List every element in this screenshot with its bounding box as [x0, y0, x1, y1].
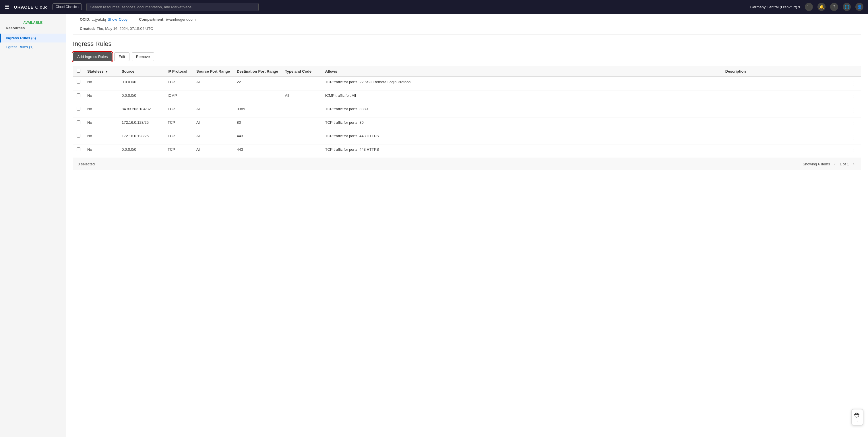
- table-row: No 0.0.0.0/0 TCP All 22 TCP traffic for …: [73, 77, 861, 90]
- add-ingress-rules-button[interactable]: Add Ingress Rules: [73, 52, 112, 61]
- ingress-rules-table: Stateless ▾ Source IP Protocol Source Po…: [73, 66, 861, 170]
- row-dst-port-0: 22: [234, 77, 282, 90]
- row-type-code-0: [282, 77, 322, 90]
- table-row: No 0.0.0.0/0 ICMP All ICMP traffic for: …: [73, 90, 861, 104]
- row-allows-1: ICMP traffic for: All: [322, 90, 722, 104]
- created-value: Thu, May 16, 2024, 07:15:04 UTC: [97, 26, 153, 31]
- region-selector[interactable]: Germany Central (Frankfurt) ▾: [750, 5, 800, 9]
- row-checkbox-cell: [73, 145, 84, 158]
- ocid-value: ...jyakdq: [92, 17, 106, 22]
- row-description-5: [722, 145, 845, 158]
- lifebuoy-icon: ⛑: [854, 412, 861, 419]
- row-protocol-3: TCP: [164, 118, 193, 131]
- help-float-label: ⠿: [857, 420, 859, 423]
- row-actions-menu-button-3[interactable]: ⋮: [849, 120, 857, 128]
- actions-column-header: [845, 66, 861, 77]
- select-all-checkbox[interactable]: [76, 69, 81, 73]
- row-src-port-4: All: [193, 131, 234, 145]
- sidebar-item-egress-rules[interactable]: Egress Rules (1): [0, 42, 66, 52]
- region-label: Germany Central (Frankfurt): [750, 5, 797, 9]
- row-description-3: [722, 118, 845, 131]
- row-source-3: 172.16.0.128/25: [118, 118, 164, 131]
- stateless-column-header[interactable]: Stateless ▾: [84, 66, 118, 77]
- table-row: No 172.16.0.128/25 TCP All 80 TCP traffi…: [73, 118, 861, 131]
- row-description-1: [722, 90, 845, 104]
- page-title: Ingress Rules: [73, 40, 112, 48]
- pagination-next-button[interactable]: ›: [851, 161, 856, 167]
- row-actions-0: ⋮: [845, 77, 861, 90]
- page-indicator: 1 of 1: [840, 162, 849, 166]
- ip-protocol-column-header: IP Protocol: [164, 66, 193, 77]
- row-checkbox-4[interactable]: [76, 134, 81, 137]
- edit-button[interactable]: Edit: [114, 52, 129, 61]
- row-description-0: [722, 77, 845, 90]
- allows-column-header: Allows: [322, 66, 722, 77]
- row-checkbox-3[interactable]: [76, 120, 81, 124]
- row-checkbox-2[interactable]: [76, 107, 81, 111]
- row-stateless-5: No: [84, 145, 118, 158]
- row-checkbox-1[interactable]: [76, 93, 81, 97]
- globe-icon[interactable]: 🌐: [843, 3, 851, 11]
- table-body: No 0.0.0.0/0 TCP All 22 TCP traffic for …: [73, 77, 861, 158]
- ocid-label: OCID:: [80, 17, 90, 22]
- remove-button[interactable]: Remove: [132, 52, 154, 61]
- selected-count: 0 selected: [78, 162, 95, 166]
- showing-label: Showing 6 items: [803, 162, 830, 166]
- oracle-text: ORACLE: [14, 5, 34, 9]
- row-allows-3: TCP traffic for ports: 80: [322, 118, 722, 131]
- ocid-show-link[interactable]: Show: [107, 17, 117, 22]
- compartment-value: iwanrloogendoom: [166, 17, 196, 22]
- row-checkbox-cell: [73, 131, 84, 145]
- type-and-code-column-header: Type and Code: [282, 66, 322, 77]
- created-bar: Created: Thu, May 16, 2024, 07:15:04 UTC: [73, 25, 861, 34]
- source-port-range-column-header: Source Port Range: [193, 66, 234, 77]
- info-bar: OCID: ...jyakdq Show Copy Compartment: i…: [73, 14, 861, 25]
- topnav-right-section: Germany Central (Frankfurt) ▾ ⬛ 🔔 ? 🌐 👤: [750, 3, 863, 11]
- row-checkbox-cell: [73, 104, 84, 118]
- row-allows-0: TCP traffic for ports: 22 SSH Remote Log…: [322, 77, 722, 90]
- table-header: Stateless ▾ Source IP Protocol Source Po…: [73, 66, 861, 77]
- hamburger-menu-icon[interactable]: ☰: [5, 4, 9, 10]
- row-protocol-2: TCP: [164, 104, 193, 118]
- ocid-info: OCID: ...jyakdq Show Copy: [80, 17, 127, 22]
- table-row: No 84.83.203.184/32 TCP All 3389 TCP tra…: [73, 104, 861, 118]
- pagination: Showing 6 items ‹ 1 of 1 ›: [803, 161, 856, 167]
- row-checkbox-cell: [73, 77, 84, 90]
- pagination-prev-button[interactable]: ‹: [832, 161, 837, 167]
- section-header: Ingress Rules: [73, 34, 861, 52]
- row-description-4: [722, 131, 845, 145]
- cloud-classic-button[interactable]: Cloud Classic ›: [53, 3, 82, 10]
- sidebar: AVAILABLE Resources Ingress Rules (6) Eg…: [0, 14, 66, 437]
- row-type-code-3: [282, 118, 322, 131]
- row-actions-5: ⋮: [845, 145, 861, 158]
- oracle-logo: ORACLE Cloud: [14, 5, 48, 9]
- monitor-icon[interactable]: ⬛: [805, 3, 813, 11]
- row-actions-menu-button-0[interactable]: ⋮: [849, 80, 857, 87]
- row-type-code-2: [282, 104, 322, 118]
- table-footer: 0 selected Showing 6 items ‹ 1 of 1 ›: [73, 158, 861, 170]
- row-src-port-2: All: [193, 104, 234, 118]
- row-source-5: 0.0.0.0/0: [118, 145, 164, 158]
- row-checkbox-5[interactable]: [76, 147, 81, 151]
- row-actions-2: ⋮: [845, 104, 861, 118]
- row-source-1: 0.0.0.0/0: [118, 90, 164, 104]
- help-icon[interactable]: ?: [830, 3, 838, 11]
- row-protocol-1: ICMP: [164, 90, 193, 104]
- row-checkbox-cell: [73, 90, 84, 104]
- row-source-0: 0.0.0.0/0: [118, 77, 164, 90]
- row-protocol-4: TCP: [164, 131, 193, 145]
- sidebar-item-ingress-rules[interactable]: Ingress Rules (6): [0, 34, 66, 42]
- user-avatar[interactable]: 👤: [856, 3, 863, 11]
- row-dst-port-2: 3389: [234, 104, 282, 118]
- row-actions-menu-button-1[interactable]: ⋮: [849, 93, 857, 101]
- row-actions-menu-button-5[interactable]: ⋮: [849, 147, 857, 155]
- row-dst-port-5: 443: [234, 145, 282, 158]
- row-actions-menu-button-4[interactable]: ⋮: [849, 134, 857, 141]
- row-actions-menu-button-2[interactable]: ⋮: [849, 107, 857, 114]
- help-float-button[interactable]: ⛑ ⠿: [851, 409, 863, 426]
- bell-icon[interactable]: 🔔: [817, 3, 826, 11]
- search-input[interactable]: [86, 3, 259, 11]
- row-checkbox-0[interactable]: [76, 80, 81, 84]
- ocid-copy-link[interactable]: Copy: [119, 17, 127, 22]
- row-type-code-1: All: [282, 90, 322, 104]
